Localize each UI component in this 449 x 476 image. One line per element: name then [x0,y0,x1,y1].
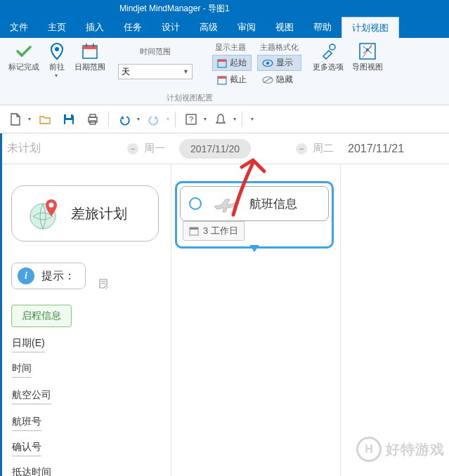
column-divider [340,164,341,476]
date-range-label: 日期范围 [74,62,105,72]
hide-toggle[interactable]: 隐藏 [257,72,301,88]
column-divider [171,164,171,476]
calendar-icon [81,42,99,60]
more-options-label: 更多选项 [313,62,344,72]
collapse-button[interactable]: − [127,143,138,154]
open-button[interactable] [35,110,55,129]
tip-text: 提示： [41,269,75,284]
location-pin-icon [48,42,66,60]
field-arrival-time[interactable]: 抵达时间 [12,466,51,476]
svg-rect-23 [90,114,96,117]
menu-insert[interactable]: 插入 [76,17,114,38]
overflow-icon[interactable]: ▾ [251,116,254,122]
field-airline[interactable]: 航空公司 [12,389,51,404]
radio-icon[interactable] [189,197,202,210]
menu-review[interactable]: 审阅 [228,17,266,38]
eye-icon [262,59,273,67]
time-unit-dropdown[interactable]: 天 ▼ [118,64,193,79]
print-button[interactable] [83,110,103,129]
svg-point-28 [49,203,54,208]
hide-label: 隐藏 [276,74,293,86]
svg-text:?: ? [189,115,193,124]
menu-task[interactable]: 任务 [114,17,152,38]
menu-plan-view[interactable]: 计划视图 [341,17,399,38]
svg-rect-21 [65,120,72,124]
redo-button[interactable] [144,110,164,129]
bell-icon [214,113,227,126]
note-icon[interactable] [98,278,110,291]
caret-down-icon[interactable]: ▾ [204,116,207,122]
window-title: Mindjet MindManager - 导图1 [119,4,230,13]
watermark: H 好特游戏 [356,437,445,462]
mindmap-view-button[interactable]: 导图视图 [348,41,387,74]
mark-done-button[interactable]: 标记完成 [4,41,44,80]
window-titlebar: Mindjet MindManager - 导图1 [0,0,449,17]
menu-file[interactable]: 文件 [0,17,38,38]
launch-info-label: 启程信息 [22,310,61,321]
save-button[interactable] [59,110,79,129]
calendar-small-icon [189,226,199,236]
calendar-end-icon [217,75,227,85]
undo-icon [118,113,131,126]
field-flight-no[interactable]: 航班号 [12,416,41,431]
print-icon [86,113,99,126]
date-range-button[interactable]: 日期范围 [70,41,110,80]
svg-rect-20 [66,114,71,118]
menu-home[interactable]: 主页 [38,17,76,38]
airplane-icon [212,194,240,213]
menu-design[interactable]: 设计 [152,17,190,38]
ribbon-group-label: 计划视图配置 [119,93,260,103]
field-confirm-no[interactable]: 确认号 [12,441,41,456]
caret-down-icon[interactable]: ▾ [167,116,169,122]
mindmap-view-label: 导图视图 [352,62,383,72]
menu-help[interactable]: 帮助 [304,17,341,38]
plan-canvas[interactable]: 差旅计划 航班信息 3 工作日 i 提示： [0,164,449,476]
svg-rect-30 [190,227,198,230]
launch-info-button[interactable]: 启程信息 [11,305,72,327]
drag-handle-icon[interactable] [249,245,259,252]
work-days-text: 3 工作日 [203,225,238,237]
show-topic-label: 显示主题 [212,41,252,54]
svg-rect-2 [83,46,97,49]
show-toggle[interactable]: 显示 [257,55,301,71]
goto-button[interactable]: 前往 ▾ [44,41,70,80]
field-date[interactable]: 日期(E) [12,337,45,352]
end-toggle[interactable]: 截止 [212,72,252,88]
help-button[interactable]: ? [181,110,201,129]
caret-down-icon: ▾ [55,72,58,79]
ribbon: 标记完成 前往 ▾ 日期范围 时间范围 天 ▼ 显示主题 起始 [0,38,449,105]
tip-box[interactable]: i 提示： [11,263,86,289]
checkmark-icon [15,42,33,60]
watermark-text: 好特游戏 [386,440,445,459]
watermark-logo-icon: H [356,437,382,462]
caret-down-icon[interactable]: ▾ [28,116,31,122]
redo-icon [148,113,160,126]
caret-down-icon[interactable]: ▾ [233,116,236,122]
time-range-label: 时间范围 [137,45,174,58]
quick-toolbar: ▾ ▾ ▾ ? ▾ ▾ ▾ [0,105,449,133]
unplanned-label: 未计划 [7,141,41,156]
new-doc-button[interactable] [6,110,25,129]
start-toggle[interactable]: 起始 [212,55,252,71]
bell-button[interactable] [211,110,230,129]
calendar-start-icon [217,58,227,68]
more-options-button[interactable]: 更多选项 [308,41,348,74]
topic-travel-plan[interactable]: 差旅计划 [11,185,159,242]
date-pill-1[interactable]: 2017/11/20 [179,139,251,159]
collapse-button[interactable]: − [296,143,307,154]
work-days-badge: 3 工作日 [183,221,245,241]
menu-advanced[interactable]: 高级 [190,17,228,38]
start-label: 起始 [230,57,247,69]
svg-point-10 [266,62,269,65]
field-time[interactable]: 时间 [12,362,32,378]
undo-button[interactable] [115,110,134,129]
menu-view[interactable]: 视图 [266,17,304,38]
svg-line-12 [263,77,272,83]
time-unit-value: 天 [122,66,130,78]
menu-bar: 文件 主页 插入 任务 设计 高级 审阅 视图 帮助 计划视图 [0,17,449,38]
svg-line-16 [363,46,367,50]
caret-down-icon[interactable]: ▾ [137,116,140,122]
help-icon: ? [185,113,197,126]
subtopic-flight-info[interactable]: 航班信息 3 工作日 [175,181,334,249]
subtopic-title: 航班信息 [249,196,297,212]
